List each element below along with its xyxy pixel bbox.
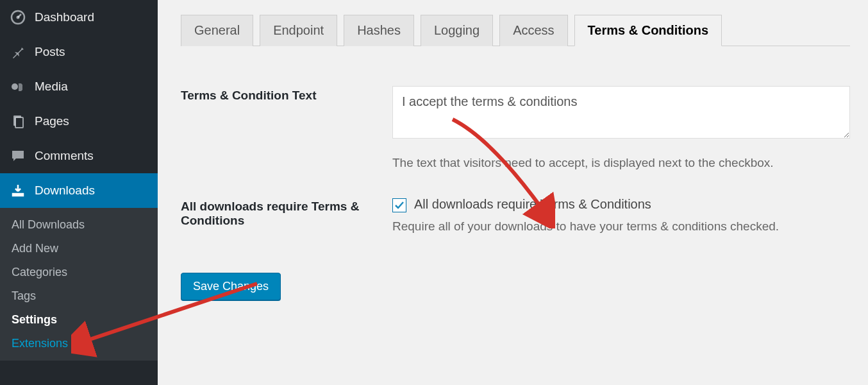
require-terms-description: Require all of your downloads to have yo… [392,218,850,236]
download-icon [9,182,27,200]
tab-logging[interactable]: Logging [421,15,493,46]
terms-text-field: The text that visitors need to accept, i… [392,86,850,173]
settings-form: Terms & Condition Text The text that vis… [181,86,850,300]
settings-tabs: General Endpoint Hashes Logging Access T… [181,14,850,46]
terms-text-label: Terms & Condition Text [181,86,392,103]
sidebar-item-label: Posts [35,45,65,59]
sidebar-item-posts[interactable]: Posts [0,35,158,69]
submenu-item-categories[interactable]: Categories [0,261,158,284]
comment-icon [9,147,27,165]
main-content: General Endpoint Hashes Logging Access T… [158,0,868,385]
sidebar-item-label: Media [35,80,68,94]
terms-text-input[interactable] [392,86,850,139]
sidebar-item-comments[interactable]: Comments [0,139,158,173]
pin-icon [9,43,27,61]
submenu-item-settings[interactable]: Settings [0,308,158,332]
tab-access[interactable]: Access [499,15,567,46]
sidebar-item-label: Pages [35,114,69,128]
sidebar-submenu: All Downloads Add New Categories Tags Se… [0,208,158,361]
media-icon [9,78,27,96]
require-terms-checkbox-row: All downloads require Terms & Conditions [392,197,850,212]
require-terms-checkbox-label: All downloads require Terms & Conditions [414,197,651,212]
terms-text-description: The text that visitors need to accept, i… [392,154,850,173]
submenu-item-all-downloads[interactable]: All Downloads [0,213,158,237]
require-terms-label: All downloads require Terms & Conditions [181,197,392,228]
svg-rect-6 [13,194,23,196]
tab-general[interactable]: General [181,15,253,46]
svg-rect-5 [15,117,23,128]
form-row-terms-text: Terms & Condition Text The text that vis… [181,86,850,173]
sidebar-item-pages[interactable]: Pages [0,104,158,139]
sidebar-item-downloads[interactable]: Downloads [0,173,158,208]
sidebar-item-dashboard[interactable]: Dashboard [0,0,158,35]
submenu-item-extensions[interactable]: Extensions [0,332,158,355]
submenu-item-tags[interactable]: Tags [0,284,158,308]
require-terms-checkbox[interactable] [392,198,406,212]
sidebar-item-label: Dashboard [35,10,94,24]
submenu-item-add-new[interactable]: Add New [0,237,158,261]
sidebar-item-media[interactable]: Media [0,69,158,104]
tab-endpoint[interactable]: Endpoint [260,15,337,46]
sidebar-item-label: Comments [35,149,94,163]
sidebar-item-label: Downloads [35,184,95,198]
check-icon [394,200,405,210]
admin-sidebar: Dashboard Posts Media Pages Comments Dow… [0,0,158,385]
pages-icon [9,112,27,130]
svg-point-3 [12,83,18,90]
tab-terms-conditions[interactable]: Terms & Conditions [574,15,722,46]
form-row-require-terms: All downloads require Terms & Conditions… [181,197,850,236]
tab-hashes[interactable]: Hashes [344,15,414,46]
svg-line-2 [18,14,21,17]
require-terms-field: All downloads require Terms & Conditions… [392,197,850,236]
save-changes-button[interactable]: Save Changes [181,273,281,300]
dashboard-icon [9,8,27,26]
